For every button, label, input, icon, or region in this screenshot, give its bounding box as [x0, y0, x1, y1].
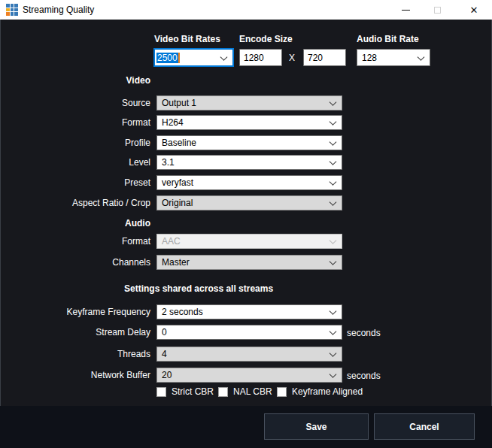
network-buffer-suffix: seconds — [347, 371, 381, 381]
channels-label: Channels — [0, 257, 150, 268]
encode-height-input[interactable] — [303, 49, 346, 66]
audio-format-value: AAC — [162, 236, 181, 247]
chevron-down-icon — [220, 53, 228, 60]
chevron-down-icon — [330, 328, 337, 335]
network-buffer-value: 20 — [162, 370, 172, 380]
minimize-icon — [402, 10, 410, 11]
encode-size-separator: X — [289, 53, 295, 63]
source-value: Output 1 — [162, 98, 196, 108]
profile-label: Profile — [0, 138, 150, 148]
save-button[interactable]: Save — [264, 413, 369, 440]
stream-delay-value: 0 — [162, 327, 167, 338]
strict-cbr-checkbox[interactable]: Strict CBR — [156, 386, 214, 397]
close-button[interactable]: ✕ — [462, 0, 486, 20]
threads-value: 4 — [162, 349, 167, 359]
source-label: Source — [0, 98, 150, 108]
preset-combobox[interactable]: veryfast — [156, 175, 342, 190]
chevron-down-icon — [330, 178, 337, 186]
encode-size-label: Encode Size — [239, 34, 293, 44]
channels-value: Master — [162, 257, 190, 268]
keyframe-frequency-label: Keyframe Frequency — [0, 307, 150, 317]
audio-bit-rate-label: Audio Bit Rate — [357, 34, 419, 44]
chevron-down-icon — [330, 307, 337, 315]
preset-label: Preset — [0, 177, 150, 188]
cancel-button[interactable]: Cancel — [374, 413, 475, 440]
level-value: 3.1 — [162, 157, 175, 168]
text-caret — [178, 53, 180, 63]
format-value: H264 — [162, 117, 184, 128]
checkbox-box — [156, 387, 166, 397]
chevron-down-icon — [330, 350, 337, 357]
chevron-down-icon — [330, 138, 337, 146]
aspect-ratio-crop-label: Aspect Ratio / Crop — [0, 198, 150, 208]
shared-settings-heading: Settings shared across all streams — [124, 283, 273, 294]
close-icon: ✕ — [470, 5, 478, 15]
format-label: Format — [0, 117, 150, 128]
title-bar: Streaming Quality ✕ — [0, 0, 492, 20]
channels-dropdown[interactable]: Master — [156, 255, 342, 270]
chevron-down-icon — [330, 258, 337, 265]
audio-format-label: Format — [0, 236, 150, 247]
chevron-down-icon — [330, 198, 337, 206]
minimize-button[interactable] — [393, 0, 418, 20]
keyframe-frequency-combobox[interactable]: 2 seconds — [156, 304, 342, 319]
profile-value: Baseline — [162, 138, 196, 148]
nal-cbr-checkbox[interactable]: NAL CBR — [218, 386, 272, 397]
preset-value: veryfast — [162, 177, 193, 188]
chevron-down-icon — [330, 118, 337, 126]
network-buffer-dropdown[interactable]: 20 — [156, 368, 342, 383]
format-combobox[interactable]: H264 — [156, 115, 342, 130]
chevron-down-icon — [418, 53, 425, 60]
audio-bit-rate-value: 128 — [362, 53, 377, 63]
profile-combobox[interactable]: Baseline — [156, 135, 342, 150]
aspect-ratio-crop-dropdown[interactable]: Original — [156, 195, 342, 210]
aspect-ratio-crop-value: Original — [162, 198, 193, 208]
stream-delay-suffix: seconds — [347, 328, 381, 338]
stream-delay-combobox[interactable]: 0 — [156, 325, 342, 340]
chevron-down-icon — [330, 98, 337, 106]
checkbox-box — [277, 387, 287, 397]
streaming-quality-dialog: Streaming Quality ✕ Video Bit Rates 2500… — [0, 0, 492, 448]
keyframe-frequency-value: 2 seconds — [162, 307, 203, 317]
video-bit-rates-label: Video Bit Rates — [154, 34, 220, 44]
audio-section-heading: Audio — [0, 218, 150, 229]
audio-format-combobox-disabled: AAC — [156, 234, 342, 249]
chevron-down-icon — [330, 158, 337, 165]
maximize-button — [425, 0, 449, 20]
chevron-down-icon — [330, 371, 337, 378]
checkbox-box — [218, 387, 228, 397]
chevron-down-icon — [330, 237, 337, 244]
threads-dropdown[interactable]: 4 — [156, 347, 342, 362]
level-combobox[interactable]: 3.1 — [156, 155, 342, 170]
video-section-heading: Video — [0, 75, 150, 86]
keyframe-aligned-checkbox[interactable]: Keyframe Aligned — [277, 386, 363, 397]
vmix-logo-icon — [6, 4, 18, 16]
nal-cbr-label: NAL CBR — [233, 386, 272, 397]
audio-bit-rate-combobox[interactable]: 128 — [357, 49, 430, 66]
encode-width-input[interactable] — [239, 49, 282, 66]
keyframe-aligned-label: Keyframe Aligned — [292, 386, 363, 397]
video-bit-rate-combobox[interactable]: 2500 — [153, 48, 234, 67]
source-dropdown[interactable]: Output 1 — [156, 95, 342, 110]
maximize-icon — [434, 7, 441, 14]
network-buffer-label: Network Buffer — [0, 370, 150, 380]
window-title: Streaming Quality — [23, 5, 94, 15]
strict-cbr-label: Strict CBR — [172, 386, 214, 397]
video-bit-rate-value: 2500 — [156, 53, 178, 63]
stream-delay-label: Stream Delay — [0, 327, 150, 338]
threads-label: Threads — [0, 349, 150, 359]
level-label: Level — [0, 157, 150, 168]
